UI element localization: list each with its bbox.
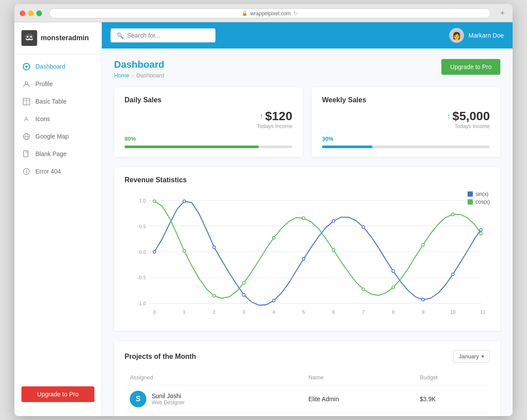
page-header: Dashboard Home › Dashboard Upgrade to Pr… (114, 59, 500, 79)
daily-sales-amount: $120 (265, 109, 292, 123)
sidebar-item-basic-table[interactable]: Basic Table (14, 93, 101, 110)
svg-point-50 (480, 229, 482, 231)
svg-text:4: 4 (272, 309, 275, 314)
daily-sales-progress-label: 80% (125, 135, 292, 142)
svg-point-51 (153, 200, 156, 202)
svg-text:6: 6 (332, 309, 335, 314)
browser-window: 🔒 wrappelpixel.com ↻ + monsteradmin (14, 4, 513, 416)
month-selector[interactable]: January ▾ (453, 350, 490, 363)
svg-text:3: 3 (243, 309, 245, 314)
sidebar-item-profile[interactable]: Profile (14, 75, 101, 93)
sidebar-upgrade: Upgrade to Pro (14, 379, 101, 409)
url-text: wrappelpixel.com (250, 10, 291, 17)
col-header-budget: Budget (415, 370, 490, 385)
sidebar-logo: monsteradmin (14, 22, 101, 54)
svg-text:5: 5 (302, 309, 305, 314)
assigned-cell-2: 👩‍💼 Andrew Project Manager (125, 413, 303, 417)
sidebar-nav: Dashboard Profile (14, 54, 101, 379)
daily-sales-progress-bar (125, 146, 259, 148)
legend-item-cos: cos(x) (468, 199, 490, 205)
weekly-sales-amount: $5,000 (452, 109, 490, 123)
sidebar-item-label-blank-page: Blank Page (35, 150, 67, 157)
svg-text:2: 2 (213, 309, 215, 314)
minimize-icon[interactable] (28, 10, 34, 16)
cos-legend-label: cos(x) (475, 199, 490, 205)
url-bar[interactable]: 🔒 wrappelpixel.com ↻ (49, 8, 491, 18)
svg-point-42 (243, 294, 245, 296)
sidebar-item-google-map[interactable]: Google Map (14, 128, 101, 145)
avatar-initial: S (136, 395, 141, 403)
svg-point-46 (362, 226, 364, 228)
svg-text:1.0: 1.0 (139, 198, 146, 203)
svg-text:-1.0: -1.0 (138, 301, 146, 306)
browser-chrome: 🔒 wrappelpixel.com ↻ + (14, 4, 513, 22)
search-bar[interactable]: 🔍 (111, 28, 215, 42)
main-area: 🔍 👩 Markarn Doe Dashboard Home (102, 22, 513, 416)
svg-point-5 (25, 82, 28, 84)
weekly-sales-card: Weekly Sales ↑ $5,000 Todays Income (312, 87, 500, 157)
sidebar-item-error-404[interactable]: Error 404 (14, 163, 101, 180)
data-table: Assigned Name Budget S (125, 370, 490, 416)
search-input[interactable] (127, 32, 209, 39)
svg-point-52 (183, 250, 186, 252)
sidebar-item-label-error-404: Error 404 (35, 168, 61, 175)
chart-svg: 1.0 0.5 0.0 -0.5 -1.0 0 1 2 3 4 5 (125, 191, 490, 322)
sidebar-item-blank-page[interactable]: Blank Page (14, 145, 101, 163)
chart-legend: sin(x) cos(x) (468, 191, 490, 205)
svg-text:0.5: 0.5 (139, 223, 146, 229)
daily-sales-card: Daily Sales ↑ $120 Todays Income (114, 87, 303, 157)
user-info[interactable]: 👩 Markarn Doe (449, 28, 504, 43)
svg-point-62 (480, 232, 482, 235)
breadcrumb-current: Dashboard (136, 72, 164, 79)
close-icon[interactable] (20, 10, 25, 16)
up-arrow-icon: ↑ (260, 112, 264, 121)
blank-page-icon (22, 150, 30, 158)
cos-legend-dot (468, 199, 473, 205)
daily-sales-title: Daily Sales (125, 96, 292, 104)
svg-point-48 (422, 298, 424, 301)
sidebar-item-label-dashboard: Dashboard (35, 63, 66, 70)
weekly-sales-progress-bar (322, 146, 372, 148)
svg-text:9: 9 (422, 309, 424, 314)
refresh-icon[interactable]: ↻ (293, 10, 298, 17)
app-layout: monsteradmin Dashboard (14, 22, 513, 416)
svg-point-16 (26, 170, 27, 170)
sin-dots (153, 200, 482, 302)
svg-point-57 (332, 249, 335, 251)
daily-sales-subtitle: Todays Income (257, 123, 292, 129)
weekly-sales-progress-label: 30% (322, 135, 490, 142)
svg-point-39 (153, 250, 156, 253)
maximize-icon[interactable] (36, 10, 42, 16)
person-name-1: Sunil Joshi (152, 392, 185, 399)
svg-point-45 (332, 219, 335, 222)
revenue-statistics-title: Revenue Statistics (125, 176, 490, 184)
traffic-lights (20, 10, 42, 16)
chart-wrapper: sin(x) cos(x) (125, 191, 490, 322)
main-content: Dashboard Home › Dashboard Upgrade to Pr… (102, 49, 513, 416)
svg-text:8: 8 (392, 309, 395, 314)
sidebar-item-label-profile: Profile (35, 80, 53, 87)
weekly-up-arrow-icon: ↑ (447, 112, 451, 121)
svg-point-56 (302, 217, 305, 219)
cos-line (154, 201, 481, 299)
table-icon (22, 97, 30, 105)
sidebar-item-icons[interactable]: A Icons (14, 110, 101, 128)
upgrade-to-pro-button[interactable]: Upgrade to Pro (441, 59, 500, 75)
breadcrumb: Home › Dashboard (114, 72, 164, 79)
sin-legend-label: sin(x) (475, 191, 488, 197)
svg-point-2 (30, 36, 32, 38)
sidebar-upgrade-button[interactable]: Upgrade to Pro (21, 386, 94, 402)
legend-item-sin: sin(x) (468, 191, 490, 197)
logo-icon (21, 30, 37, 46)
breadcrumb-home[interactable]: Home (114, 72, 129, 79)
daily-sales-progress-bar-container (125, 146, 292, 148)
new-tab-button[interactable]: + (498, 9, 507, 18)
budget-cell-1: $3.9K (415, 385, 490, 413)
svg-text:11: 11 (480, 309, 485, 314)
table-row: 👩‍💼 Andrew Project Manager Real Homes (125, 413, 490, 417)
sidebar-item-dashboard[interactable]: Dashboard (14, 58, 101, 75)
svg-point-61 (451, 213, 454, 215)
col-header-name: Name (303, 370, 415, 385)
svg-point-54 (243, 281, 245, 284)
projects-table-title: Projects of the Month (125, 353, 196, 361)
